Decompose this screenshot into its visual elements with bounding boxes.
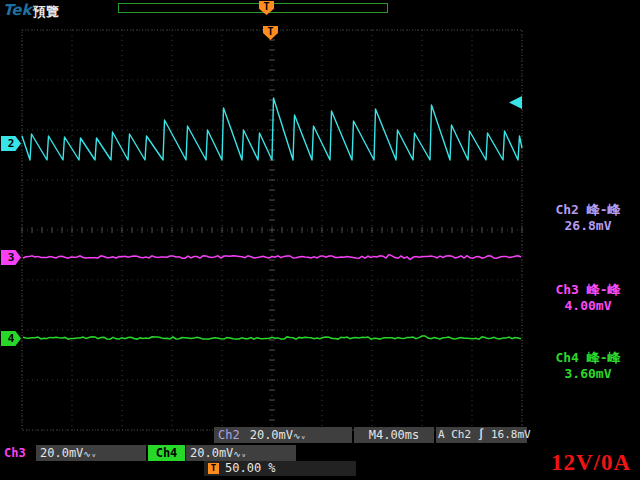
- ch2-scale-label: Ch2: [218, 428, 240, 442]
- measurement-block-ch2: Ch2 峰-峰26.8mV: [538, 202, 638, 234]
- ch4-coupling-icon: ∿ᵥ: [233, 449, 246, 459]
- ch4-scale-label[interactable]: Ch4: [148, 445, 185, 461]
- measurement-block-ch3: Ch3 峰-峰4.00mV: [538, 282, 638, 314]
- trigger-position-value: 50.00 %: [225, 461, 276, 475]
- ch3-scale-label: Ch3: [4, 446, 26, 460]
- ch2-scale-value: 20.0mV: [250, 428, 293, 442]
- measurement-title-ch2: Ch2 峰-峰: [538, 202, 638, 218]
- ch2-coupling-icon: ∿ᵥ: [293, 431, 306, 441]
- trigger-position-readout: T50.00 %: [204, 461, 356, 476]
- measurement-value-ch2: 26.8mV: [538, 218, 638, 234]
- waveform-display: [0, 0, 640, 480]
- timebase-readout: M4.00ms: [354, 427, 434, 443]
- measurement-block-ch4: Ch4 峰-峰3.60mV: [538, 350, 638, 382]
- psu-overlay-text: 12V/0A: [551, 450, 631, 476]
- ch3-coupling-icon: ∿ᵥ: [83, 449, 96, 459]
- trigger-source: Ch2: [451, 428, 471, 441]
- trigger-mode: A: [438, 428, 445, 441]
- ch3-scale-readout: 20.0mV∿ᵥ: [36, 445, 146, 461]
- rising-edge-icon: ∫: [478, 428, 485, 441]
- tek-logo: Tek: [3, 1, 31, 19]
- ch2-scale-readout: Ch220.0mV∿ᵥ: [214, 427, 352, 443]
- trigger-readout: A Ch2 ∫ 16.8mV: [436, 427, 527, 443]
- measurement-title-ch3: Ch3 峰-峰: [538, 282, 638, 298]
- acquisition-mode-label: 預覽: [33, 3, 59, 21]
- record-view-bar: [118, 3, 388, 13]
- measurement-title-ch4: Ch4 峰-峰: [538, 350, 638, 366]
- trigger-level-value: 16.8mV: [491, 428, 531, 441]
- measurement-value-ch4: 3.60mV: [538, 366, 638, 382]
- trigger-icon: T: [208, 463, 219, 474]
- ch4-scale-readout: 20.0mV∿ᵥ: [186, 445, 296, 461]
- ch3-scale-value: 20.0mV: [40, 446, 83, 460]
- oscilloscope-screen: Tek 預覽 T T 234 Ch2 峰-峰26.8mVCh3 峰-峰4.00m…: [0, 0, 640, 480]
- ch4-scale-value: 20.0mV: [190, 446, 233, 460]
- measurement-value-ch3: 4.00mV: [538, 298, 638, 314]
